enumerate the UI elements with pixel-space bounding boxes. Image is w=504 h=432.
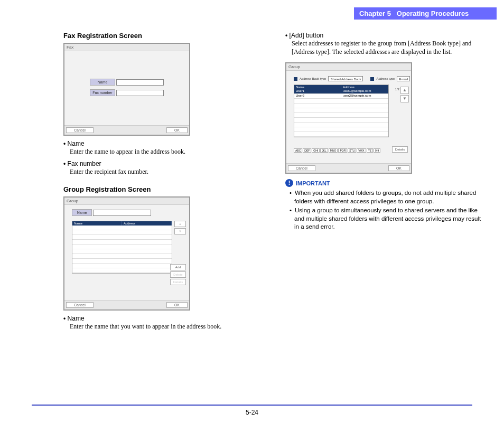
fax-dialog: Fax Name Fax number Cancel OK: [63, 43, 190, 136]
at-label: Address type: [376, 77, 395, 80]
chapter-number: Chapter 5: [359, 10, 391, 17]
alpha-btn[interactable]: YZ: [367, 148, 373, 153]
fax-number-label: Fax number: [90, 89, 115, 96]
alpha-btn[interactable]: JKL: [320, 148, 328, 153]
at-icon: [370, 77, 374, 81]
left-column: Fax Registration Screen Fax Name Fax num…: [63, 32, 264, 331]
abt-icon: [294, 77, 297, 81]
important-bullet: When you add shared folders to groups, d…: [285, 189, 486, 205]
group-th-name: Name: [72, 221, 122, 226]
at-select[interactable]: E-mail: [397, 76, 410, 81]
page-up-button[interactable]: ▲: [400, 87, 409, 94]
group-add-button[interactable]: Add: [170, 264, 186, 270]
alpha-btn[interactable]: ABC: [294, 148, 302, 153]
fax-number-input[interactable]: [116, 90, 164, 96]
group-member-table: Name Address: [72, 221, 172, 274]
group-dialog: Group Name Name Address: [63, 196, 190, 311]
group-name-input[interactable]: [93, 210, 151, 216]
group-heading: Group Registration Screen: [63, 185, 264, 193]
important-list: When you add shared folders to groups, d…: [285, 189, 486, 231]
fax-cancel-button[interactable]: Cancel: [66, 127, 94, 133]
important-bullet: Using a group to simultaneously send to …: [285, 206, 486, 231]
chapter-header: Chapter 5 Operating Procedures: [354, 7, 497, 20]
chapter-title: Operating Procedures: [397, 10, 469, 17]
add-button-desc: Select addresses to register to the grou…: [292, 39, 486, 56]
important-icon: !: [285, 179, 293, 187]
important-label: IMPORTANT: [296, 180, 330, 186]
alpha-btn[interactable]: STU: [348, 148, 356, 153]
fax-item-name-desc: Enter the name to appear in the address …: [70, 147, 264, 156]
important-header: ! IMPORTANT: [285, 179, 486, 187]
add-th-name: Name: [294, 85, 341, 89]
abt-select[interactable]: Shared Address Book: [328, 76, 363, 81]
fax-name-input[interactable]: [116, 79, 164, 86]
alpha-btn[interactable]: DEF: [303, 148, 311, 153]
add-address-table: Name Address User1 user1@sample.com User…: [294, 84, 389, 137]
add-button-item: • [Add] button: [285, 32, 486, 39]
group-ok-button[interactable]: OK: [166, 302, 188, 308]
page-down-button[interactable]: ▼: [400, 95, 409, 102]
fax-ok-button[interactable]: OK: [166, 127, 188, 133]
fax-item-name: • Name: [63, 140, 264, 147]
group-name-label: Name: [72, 209, 92, 216]
abt-label: Address Book type: [300, 77, 326, 80]
alpha-btn[interactable]: 0-9: [374, 148, 380, 153]
footer-divider: [32, 405, 472, 406]
group-th-addr: Address: [122, 221, 172, 226]
fax-item-number-desc: Enter the recipient fax number.: [70, 167, 264, 176]
table-row[interactable]: User2 user2@sample.com: [294, 94, 388, 99]
alpha-btn[interactable]: MNO: [329, 148, 338, 153]
fax-dialog-title: Fax: [64, 44, 189, 51]
group-item-name-desc: Enter the name that you want to appear i…: [70, 322, 264, 331]
group-dialog-title: Group: [64, 198, 189, 205]
group-cancel-button[interactable]: Cancel: [66, 302, 94, 308]
add-cancel-button[interactable]: Cancel: [288, 165, 315, 171]
fax-item-number: • Fax number: [63, 160, 264, 167]
group-details-button[interactable]: Details: [170, 279, 186, 285]
page-number: 5-24: [0, 409, 504, 416]
add-details-button[interactable]: Details: [392, 146, 408, 153]
alpha-filter-row: ABC DEF GHI JKL MNO PQR STU VWX YZ 0-9: [294, 148, 380, 153]
add-th-addr: Address: [341, 85, 388, 89]
alpha-btn[interactable]: PQR: [338, 148, 347, 153]
right-column: • [Add] button Select addresses to regis…: [285, 32, 486, 331]
group-item-name: • Name: [63, 315, 264, 322]
add-ok-button[interactable]: OK: [388, 165, 409, 171]
add-dialog: Group Address Book type Shared Address B…: [285, 62, 412, 174]
page-indicator: 1/2: [395, 88, 399, 91]
fax-heading: Fax Registration Screen: [63, 32, 264, 40]
group-delete-button[interactable]: Delete: [170, 271, 186, 278]
table-row[interactable]: User1 user1@sample.com: [294, 89, 388, 94]
add-dialog-title: Group: [286, 63, 411, 71]
fax-name-label: Name: [90, 79, 115, 86]
alpha-btn[interactable]: GHI: [312, 148, 320, 153]
alpha-btn[interactable]: VWX: [357, 148, 366, 153]
